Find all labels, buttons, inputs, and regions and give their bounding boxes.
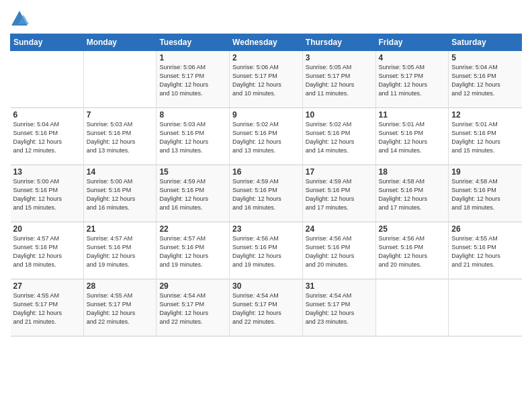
- day-info: Sunrise: 4:57 AM Sunset: 5:16 PM Dayligh…: [159, 234, 226, 269]
- day-number: 11: [379, 110, 446, 120]
- day-info: Sunrise: 5:01 AM Sunset: 5:16 PM Dayligh…: [379, 120, 446, 155]
- calendar-week-row: 27Sunrise: 4:55 AM Sunset: 5:17 PM Dayli…: [11, 279, 522, 336]
- day-number: 12: [451, 110, 519, 120]
- calendar-cell: 30Sunrise: 4:54 AM Sunset: 5:17 PM Dayli…: [230, 279, 303, 336]
- day-number: 1: [159, 53, 226, 62]
- weekday-header-row: SundayMondayTuesdayWednesdayThursdayFrid…: [11, 34, 522, 51]
- logo-icon: [10, 9, 29, 28]
- day-number: 3: [306, 53, 373, 62]
- calendar-week-row: 13Sunrise: 5:00 AM Sunset: 5:16 PM Dayli…: [11, 165, 522, 222]
- calendar-cell: 16Sunrise: 4:59 AM Sunset: 5:16 PM Dayli…: [230, 165, 303, 222]
- day-number: 8: [159, 110, 226, 120]
- calendar-cell: 22Sunrise: 4:57 AM Sunset: 5:16 PM Dayli…: [157, 222, 230, 279]
- day-number: 2: [232, 53, 300, 62]
- day-info: Sunrise: 5:04 AM Sunset: 5:16 PM Dayligh…: [451, 63, 519, 98]
- calendar-cell: 5Sunrise: 5:04 AM Sunset: 5:16 PM Daylig…: [449, 51, 522, 108]
- day-number: 23: [232, 224, 300, 234]
- calendar-cell: 20Sunrise: 4:57 AM Sunset: 5:16 PM Dayli…: [11, 222, 84, 279]
- day-info: Sunrise: 4:58 AM Sunset: 5:16 PM Dayligh…: [379, 177, 446, 212]
- day-info: Sunrise: 4:55 AM Sunset: 5:17 PM Dayligh…: [13, 291, 81, 326]
- day-number: 4: [379, 53, 446, 62]
- day-number: 5: [451, 53, 519, 62]
- calendar-cell: 18Sunrise: 4:58 AM Sunset: 5:16 PM Dayli…: [375, 165, 449, 222]
- day-info: Sunrise: 4:55 AM Sunset: 5:17 PM Dayligh…: [87, 291, 154, 326]
- calendar-week-row: 1Sunrise: 5:06 AM Sunset: 5:17 PM Daylig…: [11, 51, 522, 108]
- calendar-cell: 31Sunrise: 4:54 AM Sunset: 5:17 PM Dayli…: [302, 279, 375, 336]
- day-info: Sunrise: 5:00 AM Sunset: 5:16 PM Dayligh…: [87, 177, 154, 212]
- day-number: 10: [306, 110, 373, 120]
- page-header: [10, 7, 522, 28]
- day-info: Sunrise: 5:03 AM Sunset: 5:16 PM Dayligh…: [87, 120, 154, 155]
- day-info: Sunrise: 5:06 AM Sunset: 5:17 PM Dayligh…: [159, 63, 226, 98]
- calendar-cell: 10Sunrise: 5:02 AM Sunset: 5:16 PM Dayli…: [302, 108, 375, 165]
- weekday-header-saturday: Saturday: [449, 34, 522, 51]
- day-info: Sunrise: 5:02 AM Sunset: 5:16 PM Dayligh…: [306, 120, 373, 155]
- day-info: Sunrise: 5:06 AM Sunset: 5:17 PM Dayligh…: [232, 63, 300, 98]
- calendar-cell: 29Sunrise: 4:54 AM Sunset: 5:17 PM Dayli…: [157, 279, 230, 336]
- day-info: Sunrise: 5:05 AM Sunset: 5:17 PM Dayligh…: [379, 63, 446, 98]
- day-number: 14: [87, 167, 154, 177]
- day-number: 16: [232, 167, 300, 177]
- day-info: Sunrise: 4:58 AM Sunset: 5:16 PM Dayligh…: [451, 177, 519, 212]
- day-number: 19: [451, 167, 519, 177]
- logo: [10, 9, 32, 28]
- calendar-cell: [83, 51, 157, 108]
- weekday-header-tuesday: Tuesday: [157, 34, 230, 51]
- day-number: 24: [306, 224, 373, 234]
- weekday-header-wednesday: Wednesday: [230, 34, 303, 51]
- calendar-cell: 3Sunrise: 5:05 AM Sunset: 5:17 PM Daylig…: [302, 51, 375, 108]
- day-number: 30: [232, 281, 300, 291]
- day-info: Sunrise: 4:59 AM Sunset: 5:16 PM Dayligh…: [159, 177, 226, 212]
- day-number: 29: [159, 281, 226, 291]
- calendar-cell: 1Sunrise: 5:06 AM Sunset: 5:17 PM Daylig…: [157, 51, 230, 108]
- day-info: Sunrise: 5:05 AM Sunset: 5:17 PM Dayligh…: [306, 63, 373, 98]
- day-number: 9: [232, 110, 300, 120]
- day-number: 7: [87, 110, 154, 120]
- calendar-cell: 17Sunrise: 4:59 AM Sunset: 5:16 PM Dayli…: [302, 165, 375, 222]
- day-number: 20: [13, 224, 81, 234]
- calendar-cell: 15Sunrise: 4:59 AM Sunset: 5:16 PM Dayli…: [157, 165, 230, 222]
- day-info: Sunrise: 4:56 AM Sunset: 5:16 PM Dayligh…: [306, 234, 373, 269]
- weekday-header-thursday: Thursday: [302, 34, 375, 51]
- day-number: 13: [13, 167, 81, 177]
- day-info: Sunrise: 4:59 AM Sunset: 5:16 PM Dayligh…: [306, 177, 373, 212]
- calendar-cell: 2Sunrise: 5:06 AM Sunset: 5:17 PM Daylig…: [230, 51, 303, 108]
- calendar-cell: 23Sunrise: 4:56 AM Sunset: 5:16 PM Dayli…: [230, 222, 303, 279]
- day-number: 25: [379, 224, 446, 234]
- calendar-cell: 11Sunrise: 5:01 AM Sunset: 5:16 PM Dayli…: [375, 108, 449, 165]
- day-info: Sunrise: 5:03 AM Sunset: 5:16 PM Dayligh…: [159, 120, 226, 155]
- calendar-cell: [449, 279, 522, 336]
- day-number: 15: [159, 167, 226, 177]
- day-number: 6: [13, 110, 81, 120]
- calendar-cell: 12Sunrise: 5:01 AM Sunset: 5:16 PM Dayli…: [449, 108, 522, 165]
- calendar-week-row: 6Sunrise: 5:04 AM Sunset: 5:16 PM Daylig…: [11, 108, 522, 165]
- calendar-cell: 26Sunrise: 4:55 AM Sunset: 5:16 PM Dayli…: [449, 222, 522, 279]
- calendar-cell: 4Sunrise: 5:05 AM Sunset: 5:17 PM Daylig…: [375, 51, 449, 108]
- calendar-cell: 8Sunrise: 5:03 AM Sunset: 5:16 PM Daylig…: [157, 108, 230, 165]
- day-info: Sunrise: 5:02 AM Sunset: 5:16 PM Dayligh…: [232, 120, 300, 155]
- day-info: Sunrise: 4:56 AM Sunset: 5:16 PM Dayligh…: [232, 234, 300, 269]
- day-number: 28: [87, 281, 154, 291]
- weekday-header-friday: Friday: [375, 34, 449, 51]
- calendar-cell: 14Sunrise: 5:00 AM Sunset: 5:16 PM Dayli…: [83, 165, 157, 222]
- day-number: 18: [379, 167, 446, 177]
- calendar-cell: 19Sunrise: 4:58 AM Sunset: 5:16 PM Dayli…: [449, 165, 522, 222]
- calendar-header: SundayMondayTuesdayWednesdayThursdayFrid…: [11, 34, 522, 51]
- calendar-week-row: 20Sunrise: 4:57 AM Sunset: 5:16 PM Dayli…: [11, 222, 522, 279]
- calendar-cell: 24Sunrise: 4:56 AM Sunset: 5:16 PM Dayli…: [302, 222, 375, 279]
- calendar-cell: 21Sunrise: 4:57 AM Sunset: 5:16 PM Dayli…: [83, 222, 157, 279]
- day-number: 26: [451, 224, 519, 234]
- calendar-cell: [11, 51, 84, 108]
- calendar-cell: 7Sunrise: 5:03 AM Sunset: 5:16 PM Daylig…: [83, 108, 157, 165]
- day-info: Sunrise: 4:59 AM Sunset: 5:16 PM Dayligh…: [232, 177, 300, 212]
- calendar-cell: 25Sunrise: 4:56 AM Sunset: 5:16 PM Dayli…: [375, 222, 449, 279]
- day-info: Sunrise: 5:00 AM Sunset: 5:16 PM Dayligh…: [13, 177, 81, 212]
- calendar-cell: 27Sunrise: 4:55 AM Sunset: 5:17 PM Dayli…: [11, 279, 84, 336]
- day-number: 27: [13, 281, 81, 291]
- day-info: Sunrise: 4:54 AM Sunset: 5:17 PM Dayligh…: [232, 291, 300, 326]
- day-info: Sunrise: 4:57 AM Sunset: 5:16 PM Dayligh…: [87, 234, 154, 269]
- day-number: 22: [159, 224, 226, 234]
- calendar-cell: 6Sunrise: 5:04 AM Sunset: 5:16 PM Daylig…: [11, 108, 84, 165]
- calendar-body: 1Sunrise: 5:06 AM Sunset: 5:17 PM Daylig…: [11, 51, 522, 336]
- day-number: 31: [306, 281, 373, 291]
